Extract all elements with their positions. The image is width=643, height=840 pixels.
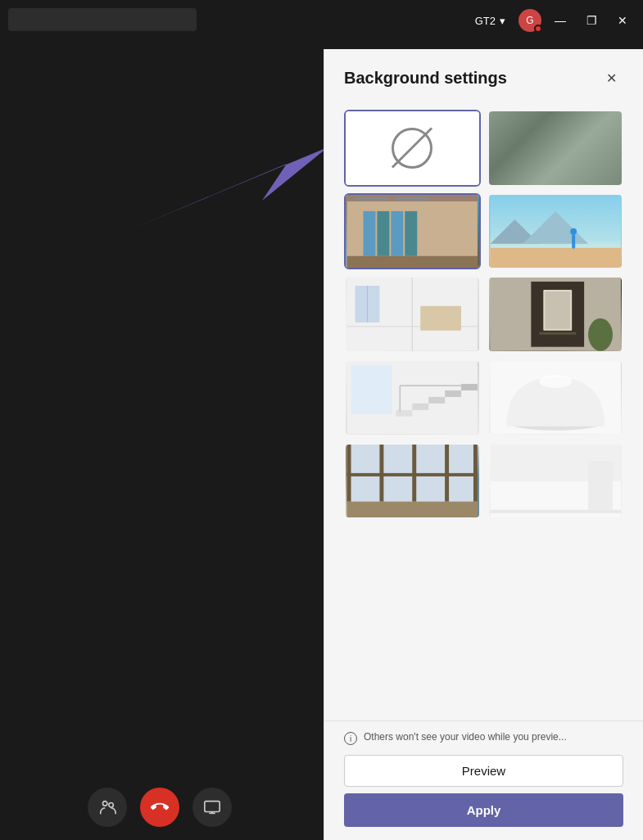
panel-close-button[interactable]: ✕: [599, 65, 623, 90]
background-settings-panel: Background settings ✕: [324, 49, 643, 840]
thumbnail-stairs[interactable]: [344, 359, 481, 436]
thumbnails-grid: [344, 110, 623, 519]
thumbnail-studio[interactable]: [487, 359, 624, 436]
info-icon: i: [344, 732, 357, 745]
screen-share-button[interactable]: [192, 788, 232, 827]
svg-rect-40: [461, 384, 478, 391]
svg-rect-4: [205, 802, 220, 812]
chevron-down-icon: ▾: [500, 15, 505, 27]
svg-rect-19: [490, 247, 620, 268]
svg-rect-12: [347, 255, 478, 268]
svg-rect-53: [347, 472, 478, 476]
svg-rect-10: [391, 211, 403, 256]
search-bar[interactable]: [8, 8, 197, 31]
svg-rect-9: [377, 211, 389, 256]
svg-point-45: [539, 375, 572, 388]
info-text-container: i Others won't see your video while you …: [344, 731, 623, 745]
avatar-initials: G: [526, 15, 533, 26]
svg-rect-31: [545, 291, 570, 329]
svg-rect-35: [351, 365, 392, 414]
title-bar: GT2 ▾ G — ❐ ✕: [0, 0, 643, 41]
thumbnail-blur[interactable]: [487, 110, 624, 187]
bottom-toolbar: [0, 775, 319, 840]
svg-rect-58: [588, 461, 613, 510]
svg-rect-37: [412, 404, 428, 410]
minimize-button[interactable]: —: [548, 8, 573, 33]
svg-rect-27: [420, 306, 461, 331]
thumbnail-office[interactable]: [344, 193, 481, 270]
people-button[interactable]: [88, 788, 127, 827]
thumbnail-beach[interactable]: [487, 193, 624, 270]
svg-rect-33: [539, 332, 576, 335]
panel-title: Background settings: [344, 69, 507, 88]
svg-rect-38: [428, 397, 445, 404]
title-bar-controls: GT2 ▾ G — ❐ ✕: [469, 8, 635, 33]
info-message: Others won't see your video while you pr…: [364, 731, 567, 743]
svg-point-32: [588, 318, 613, 351]
panel-header: Background settings ✕: [324, 49, 643, 103]
avatar-status: [534, 25, 542, 33]
thumbnail-minimal[interactable]: [487, 443, 624, 520]
svg-rect-11: [405, 211, 417, 256]
no-background-icon: [392, 128, 432, 169]
svg-rect-14: [355, 197, 388, 201]
svg-point-2: [103, 802, 108, 806]
svg-point-21: [570, 228, 577, 234]
svg-rect-39: [445, 391, 461, 397]
svg-rect-15: [396, 197, 428, 201]
avatar[interactable]: G: [518, 9, 541, 32]
apply-button[interactable]: Apply: [344, 793, 623, 827]
maximize-button[interactable]: ❐: [579, 8, 604, 33]
panel-footer: i Others won't see your video while you …: [324, 720, 643, 840]
svg-rect-8: [363, 211, 375, 256]
svg-rect-54: [347, 501, 478, 517]
svg-rect-36: [396, 410, 412, 417]
close-button[interactable]: ✕: [610, 8, 635, 33]
thumbnail-industrial[interactable]: [344, 443, 481, 520]
svg-rect-20: [572, 233, 575, 248]
account-label: GT2: [475, 15, 496, 27]
thumbnail-white-room[interactable]: [344, 276, 481, 353]
svg-point-3: [109, 803, 114, 808]
account-button[interactable]: GT2 ▾: [469, 11, 512, 30]
svg-rect-57: [490, 509, 620, 513]
thumbnail-dark-mirror[interactable]: [487, 276, 624, 353]
preview-button[interactable]: Preview: [344, 755, 623, 787]
thumbnail-none[interactable]: [344, 110, 481, 187]
end-call-button[interactable]: [140, 788, 179, 827]
thumbnails-area[interactable]: [324, 103, 643, 720]
